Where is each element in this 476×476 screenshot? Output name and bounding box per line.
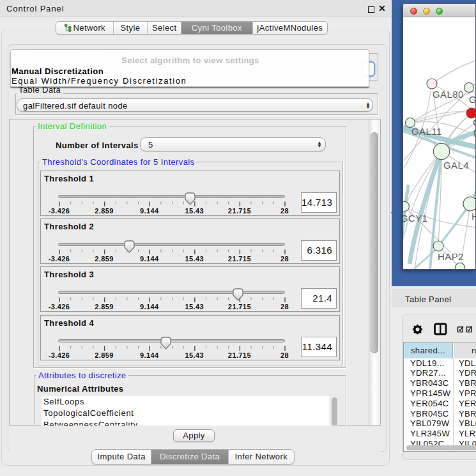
svg-text:GCY1: GCY1	[403, 213, 427, 224]
svg-text:CD: CD	[473, 117, 476, 128]
svg-text:GAL11: GAL11	[411, 126, 442, 137]
svg-text:HIS: HIS	[472, 211, 476, 222]
svg-text:GAL4: GAL4	[443, 160, 469, 171]
svg-text:GAL80: GAL80	[433, 89, 464, 100]
svg-text:GA: GA	[469, 94, 476, 105]
svg-text:HAP2: HAP2	[438, 251, 464, 262]
